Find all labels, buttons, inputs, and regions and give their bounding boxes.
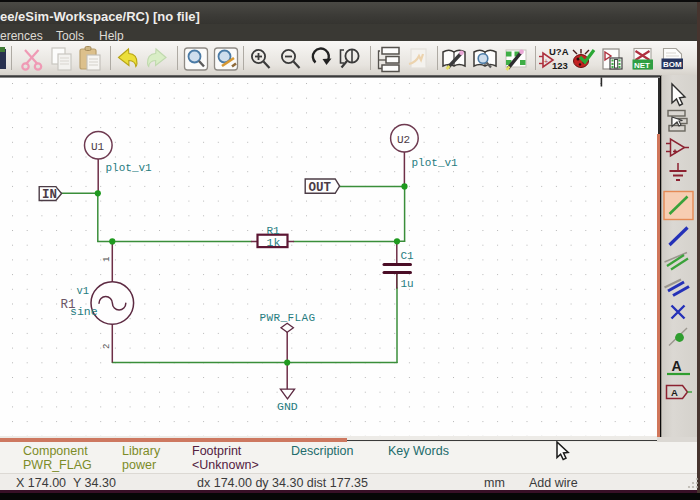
svg-text:123: 123 xyxy=(552,60,568,71)
svg-text:U2: U2 xyxy=(397,134,410,146)
svg-text:1u: 1u xyxy=(401,278,414,290)
svg-text:GND: GND xyxy=(277,400,298,413)
svg-text:1k: 1k xyxy=(267,236,281,249)
svg-text:2: 2 xyxy=(102,344,112,349)
svg-text:v1: v1 xyxy=(77,285,90,297)
svg-text:R1: R1 xyxy=(61,298,76,312)
svg-text:OUT: OUT xyxy=(309,181,332,195)
svg-text:A: A xyxy=(672,358,682,374)
svg-text:IN: IN xyxy=(42,188,57,202)
svg-text:C1: C1 xyxy=(401,250,415,262)
svg-text:U1: U1 xyxy=(91,141,105,153)
svg-text:1: 1 xyxy=(102,257,112,262)
svg-text:plot_v1: plot_v1 xyxy=(412,157,459,169)
svg-text:plot_v1: plot_v1 xyxy=(106,162,153,174)
svg-text:+: + xyxy=(544,58,548,65)
svg-text:BOM: BOM xyxy=(663,60,682,69)
svg-text:U?A: U?A xyxy=(549,46,569,57)
svg-text:NET: NET xyxy=(634,61,650,70)
svg-text:PWR_FLAG: PWR_FLAG xyxy=(260,312,316,324)
svg-text:A: A xyxy=(671,387,678,398)
